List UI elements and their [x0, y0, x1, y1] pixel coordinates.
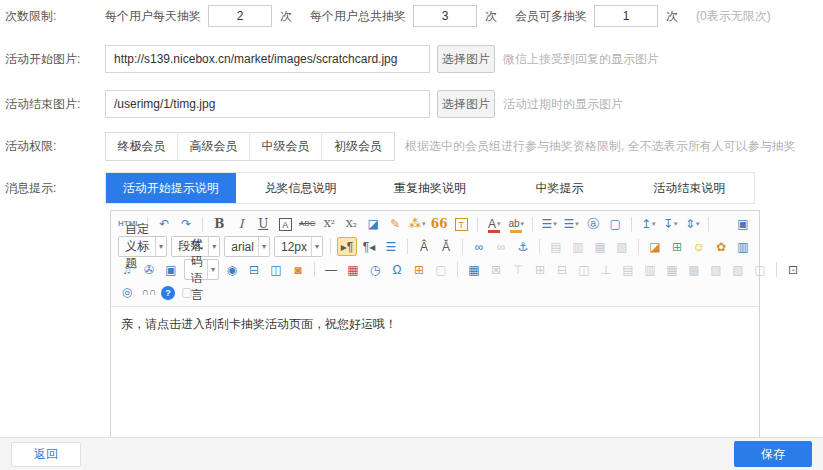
custom-title-select[interactable]: 自定义标题▾ [118, 236, 167, 257]
toolbar-separator [539, 239, 540, 254]
font-family-select[interactable]: arial▾ [224, 236, 270, 257]
special-chars-icon[interactable]: Ω [387, 260, 407, 279]
horizontal-rule-icon[interactable]: — [321, 260, 341, 279]
tab-redeem-info[interactable]: 兑奖信息说明 [236, 173, 366, 203]
redo-icon[interactable]: ↷ [176, 215, 196, 234]
start-image-pick-button[interactable]: 选择图片 [437, 45, 495, 73]
fullscreen-preview-icon[interactable]: ▣ [733, 215, 753, 234]
find-replace-icon[interactable]: ∩∩ [139, 283, 159, 302]
char-border-icon[interactable]: A [275, 215, 295, 234]
tab-activity-end[interactable]: 活动结束说明 [624, 173, 754, 203]
clear-doc-icon[interactable]: ▢ [605, 215, 625, 234]
insert-frame-icon[interactable]: ◫ [266, 260, 286, 279]
remove-format-icon[interactable]: ◪ [363, 215, 383, 234]
text-direction-icon[interactable]: ¶◂ [359, 237, 379, 256]
insert-iframe-icon: ▢ [431, 260, 451, 279]
italic-icon[interactable]: I [231, 215, 251, 234]
paragraph-spacing-bottom-icon[interactable]: ↧▾ [660, 215, 680, 234]
scrawl-icon[interactable]: ✿ [711, 237, 731, 256]
end-image-pick-button[interactable]: 选择图片 [437, 90, 495, 118]
image-align-center-icon: ▦ [590, 237, 610, 256]
start-image-input[interactable] [105, 45, 430, 73]
member-level-junior[interactable]: 初级会员 [322, 133, 394, 160]
paste-text-icon[interactable]: T [451, 215, 471, 234]
member-level-senior[interactable]: 高级会员 [178, 133, 250, 160]
line-height-icon[interactable]: ⇕▾ [682, 215, 702, 234]
attachment-icon[interactable]: ✇ [139, 260, 159, 279]
table-border-icon: ▩ [684, 260, 704, 279]
indent-first-line-icon[interactable]: ▸¶ [337, 237, 357, 256]
insert-template-icon[interactable]: ⊞ [409, 260, 429, 279]
end-image-row: 活动结束图片: 选择图片 活动过期时的显示图片 [5, 90, 823, 118]
paint-icon[interactable]: ⁂▾ [407, 215, 427, 234]
end-image-hint: 活动过期时的显示图片 [503, 96, 623, 113]
bold-icon[interactable]: B [209, 215, 229, 234]
insert-date-icon[interactable]: ▦ [343, 260, 363, 279]
anchor-icon[interactable]: ⚓ [513, 237, 533, 256]
back-button[interactable]: 返回 [11, 442, 81, 467]
toolbar-separator [407, 239, 408, 254]
daily-draw-group: 每个用户每天抽奖 次 [105, 5, 292, 27]
split-cell-icon: ⊥ [596, 260, 616, 279]
auto-typeset-icon[interactable]: ⓐ [583, 215, 603, 234]
link-icon[interactable]: ∞ [469, 237, 489, 256]
limits-hint: (0表示无限次) [696, 8, 771, 25]
print-icon[interactable]: ⊡ [783, 260, 803, 279]
screenshot-icon[interactable]: ◙ [288, 260, 308, 279]
chevron-down-icon: ▾ [208, 237, 216, 256]
to-lowercase-icon[interactable]: Ǎ [436, 237, 456, 256]
multi-image-upload-icon[interactable]: ⊞ [667, 237, 687, 256]
tab-repeat-draw[interactable]: 重复抽奖说明 [365, 173, 495, 203]
limits-label: 次数限制: [5, 8, 105, 25]
toolbar-separator [202, 217, 203, 232]
end-image-input[interactable] [105, 90, 430, 118]
emoticon-icon[interactable]: ☺ [689, 237, 709, 256]
underline-icon[interactable]: U [253, 215, 273, 234]
insert-table-icon[interactable]: ▦ [464, 260, 484, 279]
save-button[interactable]: 保存 [734, 441, 812, 467]
member-level-ultimate[interactable]: 终极会员 [106, 133, 178, 160]
tab-win-tip[interactable]: 中奖提示 [495, 173, 625, 203]
superscript-icon[interactable]: X² [319, 215, 339, 234]
message-tabs: 活动开始提示说明 兑奖信息说明 重复抽奖说明 中奖提示 活动结束说明 [105, 172, 755, 204]
insert-map-icon[interactable]: ◉ [222, 260, 242, 279]
unordered-list-icon[interactable]: ☰▾ [561, 215, 581, 234]
end-image-label: 活动结束图片: [5, 96, 105, 113]
total-draw-input[interactable] [413, 5, 477, 27]
message-row: 消息提示: 活动开始提示说明 兑奖信息说明 重复抽奖说明 中奖提示 活动结束说明 [5, 172, 823, 204]
merge-cells-icon: ⊞ [530, 260, 550, 279]
toolbar-separator [462, 239, 463, 254]
help-icon[interactable]: ? [161, 286, 175, 300]
blockquote-icon[interactable]: 66 [429, 215, 449, 234]
lottery-settings-form: 次数限制: 每个用户每天抽奖 次 每个用户总共抽奖 次 会员可多抽奖 次 (0表… [0, 0, 823, 462]
highlight-icon[interactable]: ab▾ [506, 215, 526, 234]
daily-draw-input[interactable] [208, 5, 272, 27]
member-extra-draw-group: 会员可多抽奖 次 [515, 5, 678, 27]
member-extra-draw-input[interactable] [594, 5, 658, 27]
strikethrough-icon[interactable]: ABC [297, 215, 317, 234]
insert-video-icon[interactable]: ▥ [733, 237, 753, 256]
message-label: 消息提示: [5, 172, 105, 197]
image-align-left-icon: ▥ [568, 237, 588, 256]
insert-image-icon[interactable]: ◪ [645, 237, 665, 256]
member-level-middle[interactable]: 中级会员 [250, 133, 322, 160]
insert-col-icon: ◫ [574, 260, 594, 279]
font-size-value: 12px [281, 240, 307, 254]
paragraph-spacing-top-icon[interactable]: ↥▾ [638, 215, 658, 234]
code-language-select[interactable]: 代码语言▾ [184, 259, 219, 280]
undo-icon[interactable]: ↶ [154, 215, 174, 234]
to-uppercase-icon[interactable]: Â [414, 237, 434, 256]
insert-music-icon[interactable]: ♫ [117, 260, 137, 279]
format-brush-icon[interactable]: ✎ [385, 215, 405, 234]
preview-icon[interactable]: ◎ [117, 283, 137, 302]
subscript-icon[interactable]: X₂ [341, 215, 361, 234]
insert-snippet-icon[interactable]: ▣ [161, 260, 181, 279]
font-color-icon[interactable]: A▾ [484, 215, 504, 234]
ordered-list-icon[interactable]: ☰▾ [539, 215, 559, 234]
insert-time-icon[interactable]: ◷ [365, 260, 385, 279]
indent-icon[interactable]: ☰ [381, 237, 401, 256]
page-break-icon[interactable]: ⊟ [244, 260, 264, 279]
font-size-select[interactable]: 12px▾ [274, 236, 323, 257]
html-source-icon[interactable]: HTML [117, 215, 141, 234]
tab-activity-start-tip[interactable]: 活动开始提示说明 [106, 173, 236, 203]
